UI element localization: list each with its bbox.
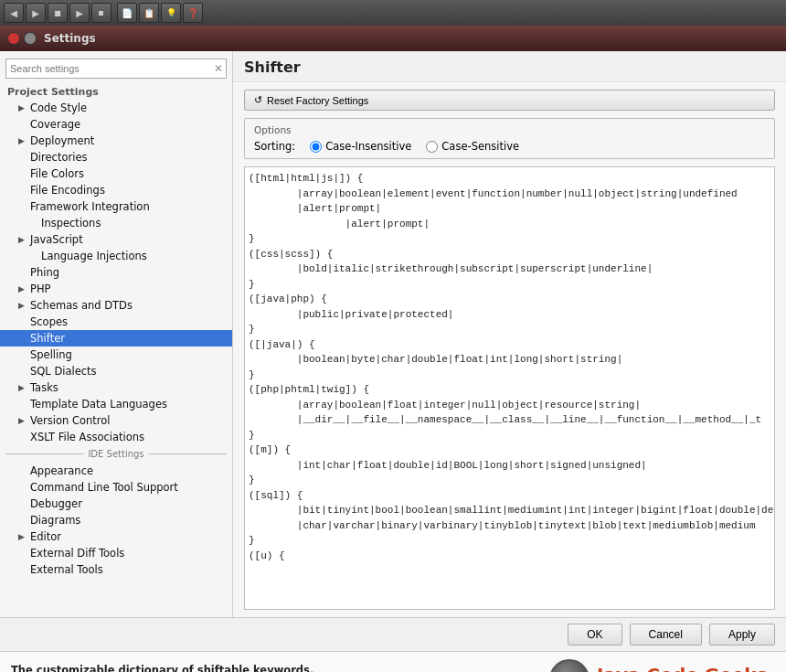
sorting-label: Sorting: (254, 140, 295, 153)
bottom-bar: OK Cancel Apply (0, 617, 786, 651)
code-line: } (249, 473, 770, 488)
toolbar-btn-9[interactable]: 💡 (161, 3, 181, 23)
code-line: |bit|tinyint|bool|boolean|smallint|mediu… (249, 503, 770, 518)
search-input[interactable] (5, 59, 227, 79)
sidebar-item-label: SQL Dialects (30, 365, 97, 378)
sidebar-item-label: Editor (30, 530, 61, 543)
code-line: |array|boolean|float|integer|null|object… (249, 398, 770, 413)
sidebar-item-schemas-and-dtds[interactable]: ▶ Schemas and DTDs (0, 297, 232, 314)
sidebar-item-appearance[interactable]: Appearance (0, 463, 232, 479)
sidebar-item-phing[interactable]: Phing (0, 264, 232, 281)
sidebar-item-shifter[interactable]: Shifter (0, 330, 232, 347)
expand-icon: ▶ (18, 136, 27, 145)
search-clear-icon[interactable]: ✕ (214, 62, 223, 75)
apply-button[interactable]: Apply (709, 624, 775, 645)
sidebar-item-file-encodings[interactable]: File Encodings (0, 182, 232, 198)
expand-icon: ▶ (18, 301, 27, 310)
sidebar-item-version-control[interactable]: ▶ Version Control (0, 412, 232, 429)
sidebar-item-label: Inspections (41, 217, 101, 229)
toolbar-btn-5[interactable]: ⏹ (91, 3, 112, 23)
expand-icon: ▶ (18, 284, 27, 293)
sidebar-item-label: Version Control (30, 414, 111, 427)
project-settings-header: Project Settings (0, 82, 232, 100)
sidebar-item-file-colors[interactable]: File Colors (0, 165, 232, 182)
expand-icon: ▶ (18, 532, 27, 541)
options-group: Options Sorting: Case-Insensitive Case-S… (244, 118, 775, 159)
expand-icon: ▶ (18, 383, 27, 392)
titlebar: Settings (0, 26, 786, 51)
toolbar-btn-6[interactable] (113, 3, 115, 23)
sidebar-item-php[interactable]: ▶ PHP (0, 281, 232, 297)
sidebar-item-scopes[interactable]: Scopes (0, 314, 232, 330)
radio-case-insensitive-input[interactable] (310, 141, 322, 153)
code-line: ([java|php) { (249, 292, 770, 307)
code-line: } (249, 277, 770, 293)
sidebar-item-template-data-languages[interactable]: Template Data Languages (0, 396, 232, 412)
content-panel: Shifter ↺ Reset Factory Settings Options… (233, 51, 786, 617)
radio-case-sensitive-input[interactable] (426, 141, 438, 153)
sidebar-item-framework-integration[interactable]: Framework Integration (0, 198, 232, 215)
sidebar-item-external-diff-tools[interactable]: External Diff Tools (0, 545, 232, 561)
sidebar-item-editor[interactable]: ▶ Editor (0, 528, 232, 545)
sidebar-item-language-injections[interactable]: Language Injections (0, 248, 232, 264)
code-line: ([u) { (249, 549, 770, 564)
toolbar-btn-3[interactable]: ■ (48, 3, 68, 23)
radio-case-insensitive-label: Case-Insensitive (325, 140, 411, 153)
sidebar-item-diagrams[interactable]: Diagrams (0, 512, 232, 528)
code-editor[interactable]: ([html|html|js|]) { |array|boolean|eleme… (244, 166, 775, 610)
sidebar-item-sql-dialects[interactable]: SQL Dialects (0, 363, 232, 379)
sidebar-item-label: Schemas and DTDs (30, 299, 133, 312)
sidebar-item-label: File Colors (30, 167, 84, 180)
radio-case-sensitive-label: Case-Sensitive (441, 140, 519, 153)
toolbar-btn-10[interactable]: ❓ (183, 3, 203, 23)
code-line: ([|java|) { (249, 337, 770, 353)
window-title: Settings (44, 32, 96, 45)
toolbar-btn-2[interactable]: ▶ (26, 3, 46, 23)
ide-settings-label: IDE Settings (88, 449, 143, 459)
sidebar-item-debugger[interactable]: Debugger (0, 496, 232, 512)
minimize-button[interactable] (24, 32, 37, 45)
close-button[interactable] (7, 32, 20, 45)
sidebar-item-xslt-file-associations[interactable]: XSLT File Associations (0, 429, 232, 445)
code-line: |public|private|protected| (249, 307, 770, 323)
toolbar-btn-1[interactable]: ◀ (4, 3, 24, 23)
sidebar-item-external-tools[interactable]: External Tools (0, 561, 232, 578)
sidebar-item-label: Phing (30, 266, 59, 279)
code-line: } (249, 231, 770, 247)
cancel-button[interactable]: Cancel (630, 624, 702, 645)
window-controls (7, 32, 37, 45)
sidebar-item-deployment[interactable]: ▶ Deployment (0, 133, 232, 149)
sidebar-item-directories[interactable]: Directories (0, 149, 232, 165)
code-line: |int|char|float|double|id|BOOL|long|shor… (249, 458, 770, 474)
search-container: ✕ (0, 55, 232, 82)
sidebar-item-spelling[interactable]: Spelling (0, 347, 232, 363)
code-line: |array|boolean|element|event|function|nu… (249, 187, 770, 202)
sidebar-item-label: Code Style (30, 101, 87, 114)
toolbar-btn-4[interactable]: ▶ (69, 3, 90, 23)
code-line: ([m]) { (249, 443, 770, 458)
sidebar-item-label: External Tools (30, 563, 103, 576)
code-line: |alert|prompt| (249, 217, 770, 232)
radio-case-sensitive[interactable]: Case-Sensitive (426, 140, 519, 153)
ok-button[interactable]: OK (568, 624, 621, 645)
sidebar-item-inspections[interactable]: Inspections (0, 215, 232, 231)
toolbar-btn-7[interactable]: 📄 (117, 3, 137, 23)
sidebar-item-code-style[interactable]: ▶ Code Style (0, 100, 232, 116)
sidebar-item-label: Command Line Tool Support (30, 481, 178, 494)
radio-row: Sorting: Case-Insensitive Case-Sensitive (254, 140, 765, 153)
code-line: |boolean|byte|char|double|float|int|long… (249, 352, 770, 368)
expand-icon: ▶ (18, 416, 27, 425)
radio-case-insensitive[interactable]: Case-Insensitive (310, 140, 411, 153)
sidebar-item-javascript[interactable]: ▶ JavaScript (0, 231, 232, 248)
status-text: The customizable dictionary of shiftable… (11, 662, 435, 672)
reset-factory-settings-button[interactable]: ↺ Reset Factory Settings (244, 90, 775, 111)
sidebar-item-label: Deployment (30, 134, 94, 147)
sidebar-item-coverage[interactable]: Coverage (0, 116, 232, 133)
sidebar-item-tasks[interactable]: ▶ Tasks (0, 379, 232, 396)
code-line: |bold|italic|strikethrough|subscript|sup… (249, 261, 770, 277)
code-line: } (249, 428, 770, 443)
sidebar-item-command-line-tool-support[interactable]: Command Line Tool Support (0, 479, 232, 496)
code-line: } (249, 368, 770, 383)
toolbar-btn-8[interactable]: 📋 (139, 3, 159, 23)
logo-title: Java Code Geeks (597, 665, 775, 672)
